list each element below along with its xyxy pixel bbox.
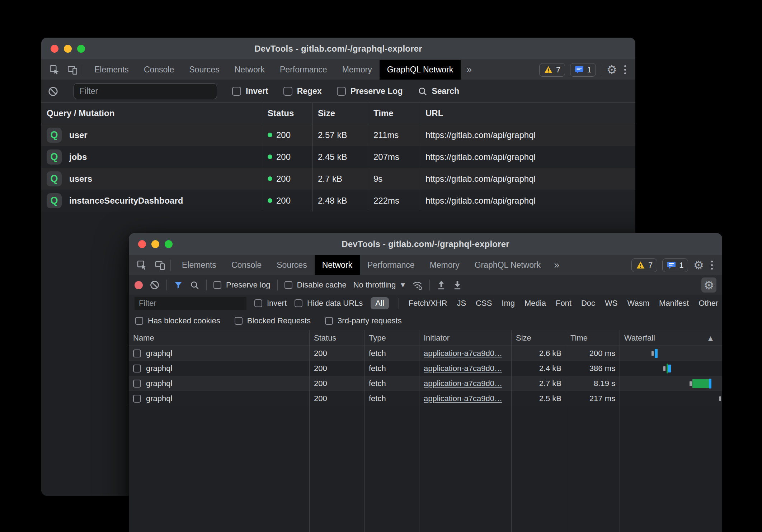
column-header-waterfall[interactable]: Waterfall ▲	[620, 330, 722, 346]
network-conditions-icon[interactable]	[412, 280, 423, 290]
export-har-icon[interactable]	[453, 280, 462, 290]
tab-memory[interactable]: Memory	[335, 60, 380, 80]
disable-cache-checkbox[interactable]: Disable cache	[284, 280, 347, 290]
row-checkbox[interactable]	[133, 380, 141, 388]
tab-network[interactable]: Network	[227, 60, 272, 80]
close-button[interactable]	[138, 240, 146, 248]
block-icon[interactable]	[48, 86, 58, 97]
status-code: 200	[276, 130, 291, 140]
type-filter-ws[interactable]: WS	[605, 299, 617, 308]
column-header-time[interactable]: Time	[368, 103, 420, 124]
query-name: jobs	[69, 152, 87, 162]
inspect-element-icon[interactable]	[135, 258, 150, 273]
tab-elements[interactable]: Elements	[87, 60, 136, 80]
regex-checkbox[interactable]: Regex	[283, 86, 322, 96]
column-header-initiator[interactable]: Initiator	[419, 330, 511, 346]
column-header-size[interactable]: Size	[312, 103, 368, 124]
blocked-requests-checkbox[interactable]: Blocked Requests	[235, 316, 311, 326]
close-button[interactable]	[51, 45, 58, 53]
more-options-kebab-icon[interactable]	[709, 261, 715, 270]
more-tabs-chevron-icon[interactable]: »	[548, 255, 565, 275]
warnings-badge[interactable]: 7	[631, 258, 657, 272]
column-header-size[interactable]: Size	[511, 330, 566, 346]
initiator-link[interactable]: application-a7ca9d0…	[424, 394, 502, 403]
type-filter-all[interactable]: All	[371, 297, 389, 309]
hide-data-urls-checkbox[interactable]: Hide data URLs	[295, 299, 363, 308]
table-row[interactable]: Q user 200 2.57 kB 211ms https://gitlab.…	[41, 124, 635, 146]
tab-console[interactable]: Console	[224, 255, 269, 275]
inspect-element-icon[interactable]	[47, 62, 62, 77]
column-header-time[interactable]: Time	[566, 330, 620, 346]
network-settings-button[interactable]: ⚙	[701, 277, 716, 293]
record-button[interactable]	[135, 281, 143, 289]
type-filter-fetch-xhr[interactable]: Fetch/XHR	[409, 299, 447, 308]
tab-console[interactable]: Console	[136, 60, 182, 80]
type-filter-css[interactable]: CSS	[476, 299, 492, 308]
more-tabs-chevron-icon[interactable]: »	[461, 60, 478, 80]
type-filter-img[interactable]: Img	[502, 299, 515, 308]
throttling-select[interactable]: No throttling ▼	[353, 280, 405, 290]
column-header-query-mutation[interactable]: Query / Mutation	[41, 103, 262, 124]
column-header-name[interactable]: Name	[129, 330, 309, 346]
tab-performance[interactable]: Performance	[272, 60, 335, 80]
tab-network[interactable]: Network	[315, 255, 360, 275]
third-party-requests-checkbox[interactable]: 3rd-party requests	[325, 316, 402, 326]
table-row[interactable]: Q jobs 200 2.45 kB 207ms https://gitlab.…	[41, 146, 635, 168]
column-header-status[interactable]: Status	[262, 103, 312, 124]
issues-badge[interactable]: 1	[662, 258, 688, 272]
table-row[interactable]: graphql 200 fetch application-a7ca9d0… 2…	[129, 376, 722, 391]
tab-memory[interactable]: Memory	[422, 255, 467, 275]
tab-graphql-network[interactable]: GraphQL Network	[380, 60, 461, 80]
issues-badge[interactable]: 1	[570, 63, 596, 77]
tab-elements[interactable]: Elements	[174, 255, 224, 275]
initiator-link[interactable]: application-a7ca9d0…	[424, 379, 502, 388]
search-icon[interactable]	[190, 280, 199, 290]
minimize-button[interactable]	[151, 240, 159, 248]
invert-checkbox[interactable]: Invert	[232, 86, 268, 96]
tab-sources[interactable]: Sources	[269, 255, 314, 275]
status-code: 200	[276, 196, 291, 206]
clear-icon[interactable]	[150, 280, 160, 290]
search-button[interactable]: Search	[418, 86, 459, 96]
warnings-badge[interactable]: 7	[539, 63, 565, 77]
table-row[interactable]: graphql 200 fetch application-a7ca9d0… 2…	[129, 391, 722, 406]
zoom-button[interactable]	[165, 240, 173, 248]
settings-gear-icon[interactable]: ⚙	[693, 259, 704, 271]
initiator-link[interactable]: application-a7ca9d0…	[424, 349, 502, 358]
tab-sources[interactable]: Sources	[182, 60, 227, 80]
type-filter-media[interactable]: Media	[525, 299, 546, 308]
column-header-type[interactable]: Type	[364, 330, 419, 346]
row-checkbox[interactable]	[133, 395, 141, 403]
column-header-url[interactable]: URL	[420, 103, 635, 124]
type-filter-other[interactable]: Other	[698, 299, 718, 308]
zoom-button[interactable]	[77, 45, 85, 53]
table-row[interactable]: graphql 200 fetch application-a7ca9d0… 2…	[129, 346, 722, 361]
preserve-log-checkbox[interactable]: Preserve Log	[337, 86, 403, 96]
import-har-icon[interactable]	[437, 280, 446, 290]
column-header-status[interactable]: Status	[309, 330, 364, 346]
type-filter-wasm[interactable]: Wasm	[627, 299, 650, 308]
device-toolbar-icon[interactable]	[152, 258, 168, 273]
graphql-filter-input[interactable]	[74, 83, 217, 99]
settings-gear-icon[interactable]: ⚙	[606, 64, 617, 76]
minimize-button[interactable]	[64, 45, 72, 53]
more-options-kebab-icon[interactable]	[622, 65, 628, 74]
type-filter-font[interactable]: Font	[556, 299, 572, 308]
preserve-log-checkbox[interactable]: Preserve log	[213, 280, 271, 290]
network-filter-input[interactable]	[135, 297, 246, 310]
table-row[interactable]: Q users 200 2.7 kB 9s https://gitlab.com…	[41, 168, 635, 190]
type-filter-manifest[interactable]: Manifest	[659, 299, 689, 308]
invert-checkbox[interactable]: Invert	[254, 299, 287, 308]
type-filter-js[interactable]: JS	[457, 299, 466, 308]
table-row[interactable]: Q instanceSecurityDashboard 200 2.48 kB …	[41, 190, 635, 212]
filter-funnel-icon[interactable]	[174, 280, 183, 290]
type-filter-doc[interactable]: Doc	[581, 299, 595, 308]
row-checkbox[interactable]	[133, 350, 141, 357]
tab-performance[interactable]: Performance	[360, 255, 422, 275]
has-blocked-cookies-checkbox[interactable]: Has blocked cookies	[135, 316, 220, 326]
device-toolbar-icon[interactable]	[65, 62, 80, 77]
tab-graphql-network[interactable]: GraphQL Network	[467, 255, 549, 275]
table-row[interactable]: graphql 200 fetch application-a7ca9d0… 2…	[129, 361, 722, 376]
initiator-link[interactable]: application-a7ca9d0…	[424, 364, 502, 373]
row-checkbox[interactable]	[133, 365, 141, 372]
